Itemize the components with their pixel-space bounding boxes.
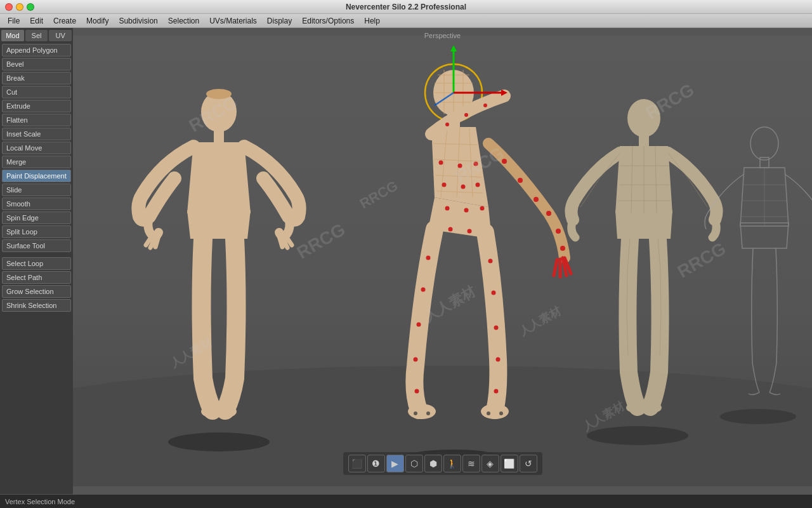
svg-point-42 bbox=[426, 256, 431, 260]
svg-point-35 bbox=[546, 211, 551, 216]
toolbar-btn-0[interactable]: ⬛ bbox=[348, 455, 366, 472]
svg-rect-75 bbox=[639, 135, 649, 146]
tab-uv[interactable]: UV bbox=[49, 30, 72, 41]
title-bar: Nevercenter Silo 2.2 Professional bbox=[0, 0, 812, 14]
tool-bevel[interactable]: Bevel bbox=[2, 58, 71, 70]
window-controls[interactable] bbox=[5, 3, 34, 11]
tool-cut[interactable]: Cut bbox=[2, 86, 71, 98]
svg-point-70 bbox=[464, 208, 469, 213]
svg-point-45 bbox=[414, 358, 418, 362]
toolbar-btn-2[interactable]: ▶ bbox=[386, 455, 404, 472]
menu-bar: File Edit Create Modify Subdivision Sele… bbox=[0, 14, 812, 28]
svg-point-43 bbox=[421, 288, 426, 292]
svg-point-3 bbox=[168, 432, 270, 451]
svg-point-71 bbox=[480, 206, 485, 211]
tool-extrude[interactable]: Extrude bbox=[2, 100, 71, 112]
svg-point-49 bbox=[494, 326, 499, 330]
tool-flatten[interactable]: Flatten bbox=[2, 114, 71, 126]
tool-shrink-selection[interactable]: Shrink Selection bbox=[2, 299, 71, 312]
window-title: Nevercenter Silo 2.2 Professional bbox=[346, 3, 466, 11]
svg-point-57 bbox=[499, 411, 503, 415]
svg-point-29 bbox=[445, 123, 449, 126]
svg-point-34 bbox=[534, 197, 539, 202]
maximize-button[interactable] bbox=[27, 3, 34, 11]
main-area: Mod Sel UV Append Polygon Bevel Break Cu… bbox=[0, 28, 812, 494]
svg-point-33 bbox=[518, 178, 523, 183]
tool-split-loop[interactable]: Split Loop bbox=[2, 225, 71, 238]
svg-point-44 bbox=[417, 323, 421, 327]
toolbar-btn-8[interactable]: ⬜ bbox=[501, 455, 518, 472]
svg-point-72 bbox=[449, 227, 453, 232]
close-button[interactable] bbox=[5, 3, 13, 11]
toolbar-btn-1[interactable]: ❶ bbox=[367, 455, 385, 472]
mode-tabs: Mod Sel UV bbox=[0, 28, 73, 43]
menu-subdivision[interactable]: Subdivision bbox=[114, 15, 162, 27]
svg-point-6 bbox=[720, 409, 796, 424]
svg-point-68 bbox=[476, 183, 480, 187]
svg-point-67 bbox=[461, 185, 466, 189]
toolbar-btn-7[interactable]: ◈ bbox=[481, 455, 499, 472]
menu-file[interactable]: File bbox=[3, 15, 25, 27]
svg-point-83 bbox=[639, 402, 662, 413]
svg-point-48 bbox=[492, 291, 496, 295]
tool-grow-selection[interactable]: Grow Selection bbox=[2, 285, 71, 298]
svg-point-50 bbox=[496, 358, 501, 362]
toolbar-btn-6[interactable]: ≋ bbox=[462, 455, 480, 472]
svg-point-36 bbox=[556, 229, 561, 234]
svg-point-30 bbox=[464, 113, 468, 117]
tool-inset-scale[interactable]: Inset Scale bbox=[2, 128, 71, 140]
svg-point-10 bbox=[214, 405, 237, 418]
tool-slide[interactable]: Slide bbox=[2, 184, 71, 196]
tool-select-loop[interactable]: Select Loop bbox=[2, 257, 71, 270]
tool-append-polygon[interactable]: Append Polygon bbox=[2, 44, 71, 57]
svg-point-66 bbox=[442, 183, 447, 187]
svg-point-56 bbox=[487, 411, 490, 415]
menu-editors-options[interactable]: Editors/Options bbox=[297, 15, 359, 27]
tab-sel[interactable]: Sel bbox=[25, 30, 48, 41]
menu-edit[interactable]: Edit bbox=[25, 15, 48, 27]
toolbar-btn-4[interactable]: ⬢ bbox=[424, 455, 442, 472]
menu-selection[interactable]: Selection bbox=[163, 15, 204, 27]
svg-point-37 bbox=[560, 246, 565, 251]
minimize-button[interactable] bbox=[16, 3, 23, 11]
svg-point-46 bbox=[415, 389, 419, 394]
menu-create[interactable]: Create bbox=[48, 15, 81, 27]
svg-point-11 bbox=[206, 89, 232, 99]
svg-point-32 bbox=[502, 159, 507, 164]
svg-point-74 bbox=[627, 99, 660, 137]
menu-display[interactable]: Display bbox=[262, 15, 297, 27]
tab-mod[interactable]: Mod bbox=[1, 30, 24, 41]
menu-help[interactable]: Help bbox=[359, 15, 385, 27]
toolbar-btn-9[interactable]: ↺ bbox=[520, 455, 537, 472]
svg-point-51 bbox=[494, 389, 499, 394]
tool-select-path[interactable]: Select Path bbox=[2, 271, 71, 284]
svg-point-53 bbox=[481, 404, 509, 419]
toolbar-btn-3[interactable]: ⬡ bbox=[405, 455, 423, 472]
menu-modify[interactable]: Modify bbox=[81, 15, 114, 27]
svg-point-55 bbox=[426, 411, 430, 415]
svg-point-65 bbox=[474, 162, 478, 166]
scene-svg bbox=[73, 28, 812, 494]
tool-smooth[interactable]: Smooth bbox=[2, 197, 71, 210]
svg-point-73 bbox=[468, 229, 472, 234]
tool-surface-tool[interactable]: Surface Tool bbox=[2, 239, 71, 252]
status-bar: Vertex Selection Mode bbox=[0, 494, 812, 508]
svg-point-63 bbox=[439, 161, 443, 165]
svg-point-5 bbox=[587, 426, 688, 445]
svg-point-64 bbox=[458, 164, 462, 168]
svg-point-54 bbox=[414, 411, 417, 415]
left-panel: Mod Sel UV Append Polygon Bevel Break Cu… bbox=[0, 28, 73, 494]
viewport[interactable]: Perspective RRCG RRCG RRCG RRCG RRCG 人人素… bbox=[73, 28, 812, 494]
tool-paint-displacement[interactable]: Paint Displacement bbox=[2, 170, 71, 182]
menu-uvs-materials[interactable]: UVs/Materials bbox=[204, 15, 262, 27]
tool-merge[interactable]: Merge bbox=[2, 156, 71, 168]
svg-rect-8 bbox=[214, 130, 224, 142]
tool-break[interactable]: Break bbox=[2, 72, 71, 84]
svg-point-52 bbox=[408, 404, 436, 419]
svg-point-47 bbox=[488, 259, 493, 264]
tool-local-move[interactable]: Local Move bbox=[2, 142, 71, 154]
toolbar-btn-5[interactable]: 🚶 bbox=[443, 455, 461, 472]
viewport-label: Perspective bbox=[424, 32, 461, 39]
bottom-toolbar: ⬛ ❶ ▶ ⬡ ⬢ 🚶 ≋ ◈ ⬜ ↺ bbox=[343, 452, 542, 475]
tool-spin-edge[interactable]: Spin Edge bbox=[2, 211, 71, 224]
